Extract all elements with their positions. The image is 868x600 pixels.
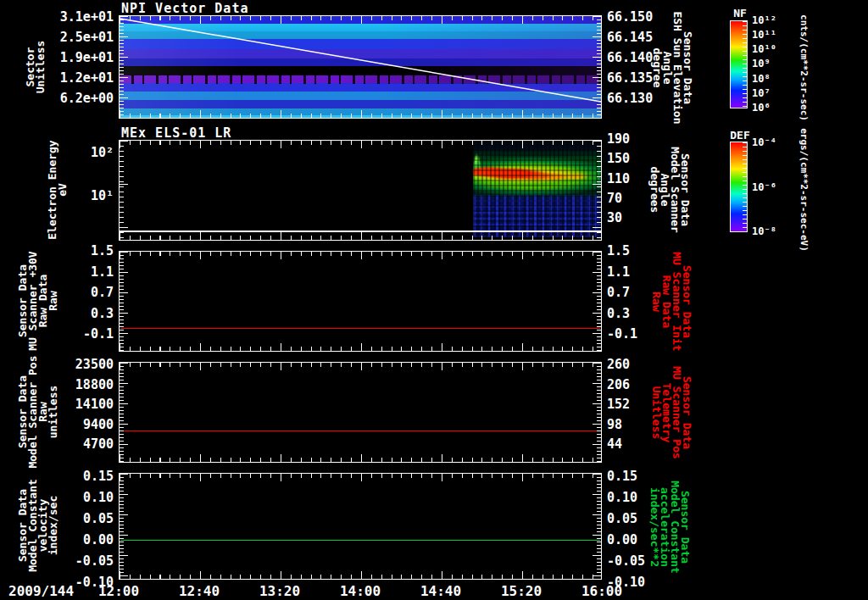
panel5-right-axis-title: Sensor DataModel Constantaccelerationind… — [649, 481, 690, 574]
colorbar-nf-ticks — [743, 21, 747, 108]
tick-label: 6.2e+00 — [49, 92, 114, 104]
tick-label: 3.1e+01 — [49, 11, 114, 23]
panel3-right-axis-title: Sensor DataMU Scanner InitRaw DataRaw — [651, 252, 692, 351]
time-tick-label: 16:00 — [581, 583, 623, 599]
time-tick-label: 15:20 — [500, 583, 542, 599]
colorbar-def-tick-labels: 10⁻⁴10⁻⁶10⁻⁸ — [752, 136, 791, 237]
colorbar-tick-label: 10⁷ — [752, 87, 791, 99]
colorbar-nf-tick-labels: 10¹²10¹¹10¹⁰10⁹10⁸10⁷10⁶ — [752, 14, 791, 114]
panel-model-constant-velocity — [119, 473, 602, 580]
time-axis-labels: 12:0012:4013:2014:0014:4015:2016:00 — [97, 583, 623, 599]
tick-label: 1.1 — [49, 266, 114, 278]
panel2-right-axis-title: Sensor DataModel ScannerAngledegrees — [649, 147, 690, 233]
panel2-left-axis-title: Electron EnergyeV — [47, 140, 68, 239]
colorbar-nf-label: NF — [727, 7, 753, 19]
y-ticks-right — [593, 363, 601, 462]
els-data-blob — [473, 142, 601, 237]
panel1-title: NPI Vector Data — [121, 1, 248, 16]
sun-elevation-line — [120, 16, 601, 118]
panel4-right-axis-title: Sensor DataMU Scanner PosTelemetryUnitle… — [651, 366, 692, 459]
colorbar-def-ticks — [743, 142, 747, 231]
time-tick-label: 12:00 — [97, 583, 140, 599]
axis-title-line: Raw — [651, 252, 661, 351]
tick-label: 23500 — [49, 358, 114, 370]
x-ticks-top — [120, 141, 601, 148]
axis-title-line: Unitless — [651, 366, 661, 459]
tick-label: 190 — [607, 133, 659, 145]
colorbar-tick-label: 10⁸ — [752, 73, 791, 85]
tick-label: 0.15 — [49, 470, 114, 482]
time-tick-label: 13:20 — [259, 583, 301, 599]
tick-label: 1.5 — [49, 245, 114, 257]
x-ticks-bottom — [120, 232, 601, 240]
colorbar-tick-label: 10¹² — [752, 14, 791, 26]
panel-npi-vector — [119, 15, 602, 119]
axis-title-line: eV — [58, 140, 68, 239]
x-ticks-bottom — [120, 343, 601, 351]
x-ticks-bottom — [120, 571, 601, 579]
panel1-right-axis-title: Sensor DataESH Sun ElevationAngledegree — [652, 11, 693, 124]
colorbar-def-units: ergs/(cm**2-sr-sec-eV) — [798, 128, 810, 252]
colorbar-tick-label: 10¹¹ — [752, 29, 791, 41]
axis-title-line: unitless — [48, 355, 58, 468]
date-label: 2009/144 — [8, 583, 74, 599]
mu-scanner-30v-line — [120, 328, 600, 329]
y-ticks-right — [593, 141, 601, 240]
plot-canvas: NPI Vector Data 3.1e+012.5e+011.9e+011.2… — [0, 0, 868, 600]
panel4-left-axis-title: Sensor DataModel Scanner PosRawunitless — [18, 355, 58, 468]
model-constant-velocity-line — [120, 540, 600, 541]
x-ticks-top — [120, 474, 601, 481]
axis-title-line: Unitless — [36, 41, 46, 94]
colorbar-nf-units: cnts/(cm**2-sr-sec) — [798, 14, 810, 121]
colorbar-tick-label: 10⁹ — [752, 58, 791, 69]
y-ticks-left — [120, 16, 128, 118]
axis-title-line: degrees — [649, 147, 659, 233]
panel-model-scanner-pos — [119, 362, 602, 463]
y-ticks-right — [593, 474, 601, 579]
colorbar-tick-label: 10⁻⁸ — [752, 225, 791, 237]
axis-title-line: Raw — [48, 251, 58, 350]
time-tick-label: 12:40 — [178, 583, 220, 599]
tick-label: -0.1 — [49, 328, 114, 340]
panel1-left-axis-title: SectorUnitless — [25, 41, 46, 94]
colorbar-tick-label: 10⁶ — [752, 102, 791, 114]
colorbar-tick-label: 10¹⁰ — [752, 43, 791, 55]
y-ticks-left — [120, 141, 128, 240]
y-ticks-left — [120, 363, 128, 462]
colorbar-nf — [730, 20, 748, 108]
axis-title-line: degree — [652, 11, 662, 124]
time-tick-label: 14:00 — [339, 583, 381, 599]
x-ticks-bottom — [120, 454, 601, 462]
axis-title-line: index/sec**2 — [649, 481, 659, 574]
y-ticks-right — [593, 16, 601, 118]
x-ticks-top — [120, 252, 601, 259]
panel5-left-axis-title: Sensor DataModel Constantvelocityindex/s… — [18, 479, 58, 572]
colorbar-tick-label: 10⁻⁶ — [752, 181, 791, 193]
panel3-left-axis-title: Sensor DataMU Scanner +30VRaw DataRaw — [18, 251, 58, 350]
time-tick-label: 14:40 — [420, 583, 462, 599]
x-ticks-top — [120, 363, 601, 370]
x-ticks-top — [120, 16, 601, 24]
colorbar-tick-label: 10⁻⁴ — [752, 136, 791, 148]
tick-label: 4700 — [49, 438, 114, 450]
model-scanner-pos-line — [120, 431, 600, 431]
tick-label: 1.9e+01 — [49, 52, 114, 64]
y-ticks-left — [120, 252, 128, 351]
colorbar-def — [730, 142, 748, 232]
panel2-title: MEx ELS-01 LR — [121, 125, 231, 141]
axis-title-line: index/sec — [48, 479, 58, 572]
panel1-left-tick-labels: 3.1e+012.5e+011.9e+011.2e+016.2e+00 — [49, 11, 114, 104]
y-ticks-left — [120, 474, 128, 579]
panel-mu-scanner-30v — [119, 251, 602, 352]
tick-label: 2.5e+01 — [49, 31, 114, 43]
colorbar-def-label: DEF — [727, 129, 753, 142]
x-ticks-bottom — [120, 110, 601, 118]
tick-label: 1.2e+01 — [49, 72, 114, 84]
tick-label: -0.05 — [49, 555, 114, 567]
panel-els-spectrogram — [119, 140, 602, 241]
y-ticks-right — [593, 252, 601, 351]
